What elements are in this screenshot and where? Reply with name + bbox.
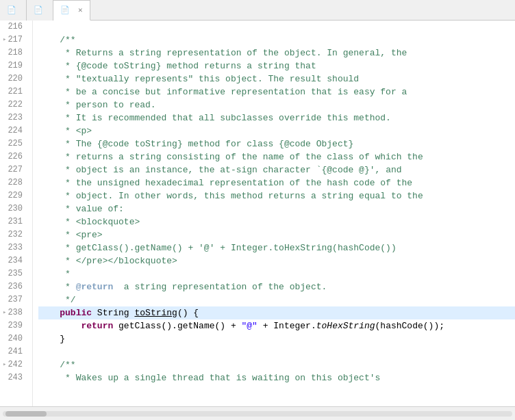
line-number-218: 218	[3, 47, 27, 60]
code-line-223: * It is recommended that all subclasses …	[38, 111, 515, 124]
code-line-236: * @return a string representation of the…	[38, 280, 515, 293]
code-line-237: */	[38, 293, 515, 306]
horizontal-scrollbar[interactable]	[0, 406, 515, 420]
tab-student-java[interactable]: 📄	[0, 0, 27, 21]
line-number-219: 219	[3, 60, 27, 73]
code-line-220: * "textually represents" this object. Th…	[38, 73, 515, 86]
line-number-243: 243	[3, 371, 27, 384]
line-number-221: 221	[3, 86, 27, 99]
line-number-239: 239	[3, 319, 27, 332]
line-number-220: 220	[3, 73, 27, 86]
line-number-241: 241	[3, 345, 27, 358]
tab-bar: 📄 📄 📄 ✕	[0, 0, 515, 21]
code-line-216	[38, 21, 515, 34]
editor-area: 216▸217218219220221222223224225226227228…	[0, 21, 515, 406]
code-line-227: * object is an instance, the at-sign cha…	[38, 163, 515, 176]
line-number-227: 227	[3, 163, 27, 176]
code-line-226: * returns a string consisting of the nam…	[38, 150, 515, 163]
line-number-230: 230	[3, 202, 27, 215]
code-line-217: /**	[38, 34, 515, 47]
code-line-232: * <pre>	[38, 228, 515, 241]
line-number-226: 226	[3, 150, 27, 163]
line-number-235: 235	[3, 267, 27, 280]
code-line-224: * <p>	[38, 124, 515, 137]
line-number-228: 228	[3, 176, 27, 189]
code-line-225: * The {@code toString} method for class …	[38, 137, 515, 150]
code-line-243: * Wakes up a single thread that is waiti…	[38, 371, 515, 384]
line-number-233: 233	[3, 241, 27, 254]
line-numbers-gutter: 216▸217218219220221222223224225226227228…	[0, 21, 33, 406]
line-number-216: 216	[3, 21, 27, 34]
line-number-234: 234	[3, 254, 27, 267]
code-line-242: /**	[38, 358, 515, 371]
code-line-234: * </pre></blockquote>	[38, 254, 515, 267]
code-line-240: }	[38, 332, 515, 345]
fold-indicator[interactable]: ▸	[3, 306, 6, 319]
line-number-232: 232	[3, 228, 27, 241]
line-number-242: ▸242	[3, 358, 27, 371]
line-number-240: 240	[3, 332, 27, 345]
tab-test-java[interactable]: 📄	[27, 0, 53, 21]
java-file-icon-2: 📄	[34, 5, 43, 14]
code-line-238: public String toString() {	[38, 306, 515, 319]
line-number-229: 229	[3, 189, 27, 202]
code-line-241	[38, 345, 515, 358]
line-number-225: 225	[3, 137, 27, 150]
line-number-223: 223	[3, 111, 27, 124]
scrollbar-thumb[interactable]	[5, 411, 47, 417]
code-line-239: return getClass().getName() + "@" + Inte…	[38, 319, 515, 332]
code-line-229: * object. In other words, this method re…	[38, 189, 515, 202]
line-number-238: ▸238	[3, 306, 27, 319]
code-line-233: * getClass().getName() + '@' + Integer.t…	[38, 241, 515, 254]
tab-object-class[interactable]: 📄 ✕	[53, 0, 90, 21]
code-line-235: *	[38, 267, 515, 280]
code-line-221: * be a concise but informative represent…	[38, 86, 515, 99]
fold-indicator[interactable]: ▸	[3, 34, 6, 47]
line-number-224: 224	[3, 124, 27, 137]
line-number-217: ▸217	[3, 34, 27, 47]
code-line-230: * value of:	[38, 202, 515, 215]
code-content[interactable]: /** * Returns a string representation of…	[33, 21, 515, 406]
code-line-231: * <blockquote>	[38, 215, 515, 228]
fold-indicator[interactable]: ▸	[3, 358, 6, 371]
line-number-237: 237	[3, 293, 27, 306]
class-file-icon: 📄	[60, 5, 70, 14]
code-line-218: * Returns a string representation of the…	[38, 47, 515, 60]
code-line-228: * the unsigned hexadecimal representatio…	[38, 176, 515, 189]
code-line-222: * person to read.	[38, 99, 515, 111]
tab-close-button[interactable]: ✕	[78, 5, 83, 14]
line-number-222: 222	[3, 99, 27, 111]
line-number-231: 231	[3, 215, 27, 228]
line-number-236: 236	[3, 280, 27, 293]
scrollbar-track[interactable]	[3, 411, 512, 417]
code-line-219: * {@code toString} method returns a stri…	[38, 60, 515, 73]
java-file-icon: 📄	[7, 5, 16, 14]
